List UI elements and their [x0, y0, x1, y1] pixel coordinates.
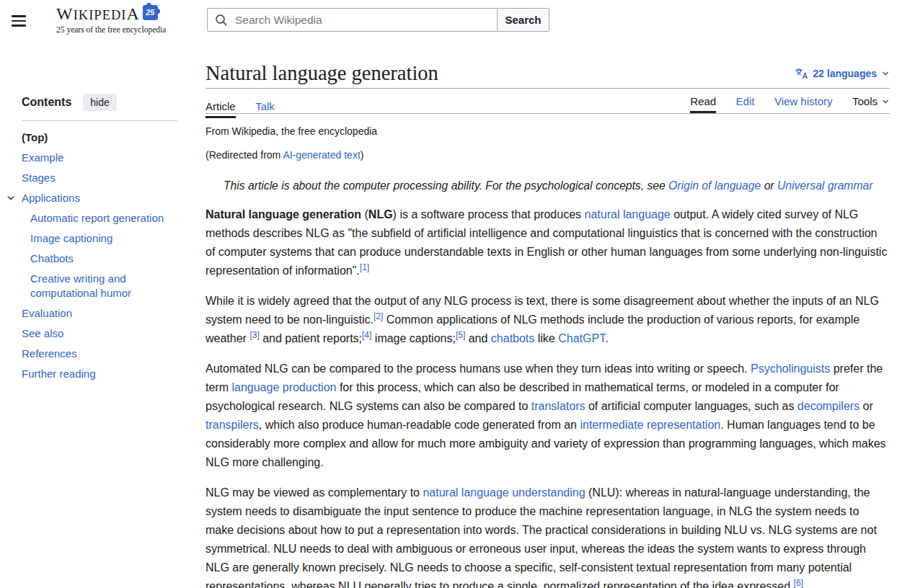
text-run: and: [465, 332, 491, 344]
article-link[interactable]: translators: [531, 400, 586, 412]
contents-heading: Contents: [22, 96, 71, 109]
sidebar-item-see-also[interactable]: See also: [22, 326, 177, 341]
sidebar-item-top[interactable]: (Top): [22, 130, 177, 145]
text-run: .: [605, 332, 608, 344]
article-content: Natural language generation A 22 languag…: [206, 61, 890, 588]
sidebar-item-stages[interactable]: Stages: [22, 171, 177, 185]
title-row: Natural language generation A 22 languag…: [206, 61, 890, 89]
redirect-note: (Redirected from AI-generated text): [206, 149, 890, 161]
reference-link[interactable]: [5]: [456, 330, 465, 340]
wikipedia-page: WIKIPEDIA 25 25 years of the free encycl…: [0, 0, 910, 588]
reference-link[interactable]: [1]: [360, 262, 369, 272]
text-run: Automated NLG can be compared to the pro…: [206, 362, 751, 375]
tab-edit[interactable]: Edit: [736, 91, 755, 113]
tab-article[interactable]: Article: [206, 96, 236, 118]
text-run: or: [860, 400, 873, 412]
sidebar-item-references[interactable]: References: [22, 347, 177, 361]
toc-item-label: Example: [22, 151, 63, 164]
puzzle-25-badge-icon: 25: [143, 5, 158, 20]
text-run: or: [761, 179, 777, 192]
bold-term: NLG: [368, 208, 393, 220]
article-link[interactable]: decompilers: [798, 400, 860, 412]
contents-sidebar: Contents hide (Top)ExampleStagesApplicat…: [22, 94, 177, 387]
page-title: Natural language generation: [206, 61, 438, 86]
article-link[interactable]: Universal grammar: [777, 179, 873, 192]
article-link[interactable]: Psycholinguists: [751, 362, 830, 375]
paragraph: While it is widely agreed that the outpu…: [206, 292, 890, 348]
reference-link[interactable]: [2]: [374, 311, 383, 321]
tab-read[interactable]: Read: [690, 91, 716, 113]
reference-link[interactable]: [6]: [794, 578, 803, 588]
hide-contents-button[interactable]: hide: [83, 94, 116, 111]
view-tabs: Read Edit View history Tools: [690, 91, 890, 113]
namespace-tabs: Article Talk: [206, 100, 291, 113]
hamburger-icon: [9, 15, 28, 27]
text-run: like: [534, 332, 558, 344]
translate-icon: A: [795, 68, 808, 79]
toc-item-label: See also: [22, 327, 63, 339]
sidebar-item-creative-writing-and-computational-humor[interactable]: Creative writing and computational humor: [30, 272, 177, 300]
redirect-suffix: ): [361, 149, 364, 161]
logo-tagline: 25 years of the free encyclopedia: [56, 25, 166, 34]
article-link[interactable]: natural language understanding: [423, 486, 585, 499]
paragraph: Natural language generation (NLG) is a s…: [206, 205, 890, 280]
tools-menu-button[interactable]: Tools: [852, 91, 890, 113]
toc-item-label: Creative writing and computational humor: [30, 272, 131, 299]
search-input[interactable]: [207, 8, 498, 32]
text-run: , which also produce human-readable code…: [259, 419, 580, 431]
site-header: WIKIPEDIA 25 25 years of the free encycl…: [0, 0, 910, 43]
toc-item-label: Further reading: [22, 368, 96, 380]
article-link[interactable]: Origin of language: [668, 179, 761, 192]
article-link[interactable]: transpilers: [206, 419, 259, 431]
sidebar-item-example[interactable]: Example: [22, 151, 177, 165]
bold-term: Natural language generation: [206, 208, 361, 220]
toc-item-label: Evaluation: [22, 307, 72, 319]
svg-text:A: A: [803, 71, 808, 79]
chevron-down-icon: [881, 97, 890, 106]
sidebar-item-further-reading[interactable]: Further reading: [22, 367, 177, 381]
redirect-prefix: (Redirected from: [206, 149, 283, 161]
tab-talk[interactable]: Talk: [255, 96, 275, 118]
search-form: Search: [207, 8, 549, 32]
reference-link[interactable]: [3]: [249, 330, 259, 340]
toc-item-label: Image captioning: [30, 232, 112, 244]
tab-view-history[interactable]: View history: [774, 91, 833, 113]
article-tabs: Article Talk Read Edit View history Tool…: [206, 89, 890, 114]
toc-list: (Top)ExampleStagesApplicationsAutomatic …: [22, 130, 177, 381]
languages-button[interactable]: A 22 languages: [795, 68, 890, 79]
main-menu-button[interactable]: [9, 12, 28, 30]
redirect-link[interactable]: AI-generated text: [283, 149, 360, 161]
article-link[interactable]: ChatGPT: [558, 332, 605, 344]
article-link[interactable]: chatbots: [491, 332, 534, 344]
chevron-down-icon[interactable]: [6, 192, 16, 207]
text-run: This article is about the computer proce…: [224, 179, 668, 192]
text-run: and patient reports;: [260, 332, 362, 344]
logo-wordmark: WIKIPEDIA: [56, 5, 140, 22]
sidebar-item-applications[interactable]: Applications: [22, 191, 177, 205]
sidebar-item-chatbots[interactable]: Chatbots: [30, 251, 177, 266]
languages-label: 22 languages: [813, 68, 877, 79]
text-run: (: [361, 208, 368, 220]
text-run: ) is a software process that produces: [393, 208, 585, 220]
reference-link[interactable]: [4]: [362, 330, 371, 340]
tools-label: Tools: [852, 95, 878, 107]
sidebar-item-automatic-report-generation[interactable]: Automatic report generation: [30, 211, 177, 226]
toc-item-label: References: [22, 347, 77, 360]
article-paragraphs: Natural language generation (NLG) is a s…: [206, 205, 890, 588]
article-link[interactable]: language production: [231, 381, 336, 393]
toc-item-label: Chatbots: [30, 252, 74, 264]
article-link[interactable]: intermediate representation: [580, 419, 720, 431]
paragraph: NLG may be viewed as complementary to na…: [206, 484, 890, 588]
text-run: of artificial computer languages, such a…: [585, 400, 797, 412]
toc-item-label: Applications: [22, 192, 80, 204]
wikipedia-logo[interactable]: WIKIPEDIA 25 25 years of the free encycl…: [56, 5, 166, 35]
toc-item-label: (Top): [22, 131, 48, 143]
paragraph: Automated NLG can be compared to the pro…: [206, 360, 890, 472]
chevron-down-icon: [881, 69, 890, 78]
search-button[interactable]: Search: [498, 8, 549, 32]
toc-item-label: Stages: [22, 172, 56, 184]
sidebar-item-evaluation[interactable]: Evaluation: [22, 306, 177, 321]
sidebar-item-image-captioning[interactable]: Image captioning: [30, 231, 177, 246]
article-link[interactable]: natural language: [585, 208, 671, 220]
text-run: (NLU): whereas in natural-language under…: [206, 486, 877, 588]
